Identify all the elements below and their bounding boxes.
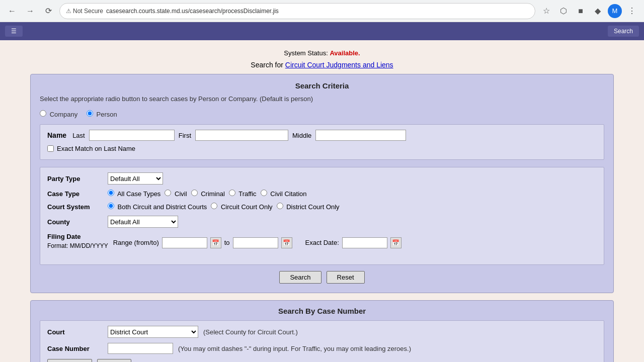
radio-description: Select the appropriate radio button to s… — [40, 95, 313, 103]
court-system-label: Court System — [47, 203, 103, 211]
menu-button[interactable]: ⋮ — [625, 4, 639, 18]
party-type-label: Party Type — [47, 175, 103, 183]
circuit-court-link[interactable]: Circuit Court Judgments and Liens — [285, 61, 393, 69]
menu-toggle[interactable]: ☰ — [5, 26, 23, 37]
search-criteria-section: Search Criteria Select the appropriate r… — [30, 74, 614, 293]
court-row: Court District Court (Select County for … — [47, 326, 597, 338]
extension2-icon-btn[interactable]: ◆ — [591, 4, 605, 18]
date-to-calendar-btn[interactable]: 📅 — [281, 237, 292, 248]
date-to-input[interactable] — [233, 237, 278, 248]
county-label: County — [47, 218, 103, 226]
company-radio-label[interactable]: Company — [40, 111, 79, 118]
criminal-radio[interactable] — [191, 190, 198, 196]
party-type-select[interactable]: Default All — [108, 172, 163, 185]
person-radio[interactable] — [87, 110, 93, 117]
filing-date-inputs: Range (from/to) 📅 to 📅 Exact Date: 📅 — [113, 237, 401, 248]
range-label: Range (from/to) — [113, 239, 159, 246]
forward-button[interactable]: → — [23, 4, 37, 18]
date-from-calendar-btn[interactable]: 📅 — [210, 237, 221, 248]
select-county-hint: (Select County for Circuit Court.) — [203, 328, 298, 336]
browser-chrome: ← → ⟳ ⚠ Not Secure casesearch.courts.sta… — [0, 0, 644, 22]
site-top-bar: ☰ Search — [0, 22, 644, 40]
name-fields-row: Name Last First Middle — [47, 130, 597, 141]
case-number-fields: Court District Court (Select County for … — [40, 320, 604, 362]
get-case-button[interactable]: Get Case — [47, 359, 92, 362]
reset-button[interactable]: Reset — [327, 271, 365, 284]
filing-date-row: Filing Date Format: MM/DD/YYYY Range (fr… — [47, 233, 597, 252]
exact-date-input[interactable] — [342, 237, 387, 248]
court-label: Court — [47, 328, 103, 336]
court-system-row: Court System Both Circuit and District C… — [47, 203, 597, 211]
district-only-label[interactable]: District Court Only — [277, 203, 340, 211]
both-courts-radio[interactable] — [108, 203, 114, 209]
name-heading: Name — [47, 131, 66, 139]
criteria-fields-section: Party Type Default All Case Type All Cas… — [40, 167, 604, 265]
civil-citation-label[interactable]: Civil Citation — [261, 190, 307, 198]
middle-name-input[interactable] — [315, 130, 406, 141]
court-select[interactable]: District Court — [108, 326, 198, 338]
criminal-label[interactable]: Criminal — [191, 190, 225, 198]
name-section: Name Last First Middle Exact Match on La… — [40, 124, 604, 160]
court-system-content: Both Circuit and District Courts Circuit… — [108, 203, 340, 211]
case-type-label: Case Type — [47, 190, 103, 198]
middle-name-label: Middle — [292, 132, 311, 139]
exact-match-row: Exact Match on Last Name — [47, 145, 597, 152]
circuit-only-label[interactable]: Circuit Court Only — [211, 203, 272, 211]
dropbox-icon-btn[interactable]: ⬡ — [556, 4, 571, 18]
company-radio[interactable] — [40, 110, 46, 117]
county-row: County Default All — [47, 216, 597, 228]
exact-match-checkbox[interactable] — [47, 145, 54, 152]
civil-label[interactable]: Civil — [165, 190, 187, 198]
system-status: System Status: Available. — [30, 45, 614, 59]
person-label-text: Person — [97, 111, 117, 118]
search-button[interactable]: Search — [279, 271, 321, 284]
reload-button[interactable]: ⟳ — [41, 4, 55, 18]
bookmark-button[interactable]: ☆ — [539, 4, 553, 18]
party-type-content: Default All — [108, 172, 163, 185]
both-courts-label[interactable]: Both Circuit and District Courts — [108, 203, 207, 211]
traffic-radio[interactable] — [229, 190, 235, 196]
circuit-link-prefix: Search for — [251, 61, 285, 69]
case-type-content: All Case Types Civil Criminal Traffic Ci… — [108, 190, 306, 198]
search-toggle[interactable]: Search — [608, 26, 639, 37]
filing-date-label: Filing Date — [47, 233, 108, 240]
civil-citation-radio[interactable] — [261, 190, 267, 196]
extension-icon-btn[interactable]: ■ — [574, 4, 588, 18]
civil-radio[interactable] — [165, 190, 171, 196]
browser-toolbar-icons: ☆ ⬡ ■ ◆ M ⋮ — [539, 4, 639, 18]
date-from-input[interactable] — [162, 237, 207, 248]
case-number-hint: (You may omit dashes "-" during input. F… — [178, 345, 411, 352]
avatar[interactable]: M — [608, 4, 622, 18]
address-bar: ⚠ Not Secure casesearch.courts.state.md.… — [59, 3, 535, 19]
last-name-input[interactable] — [89, 130, 175, 141]
exact-match-label[interactable]: Exact Match on Last Name — [57, 145, 135, 152]
person-company-row: Select the appropriate radio button to s… — [40, 95, 604, 118]
search-criteria-title: Search Criteria — [40, 81, 604, 90]
back-button[interactable]: ← — [5, 4, 19, 18]
district-only-radio[interactable] — [277, 203, 283, 209]
circuit-link-row: Search for Circuit Court Judgments and L… — [30, 59, 614, 74]
lock-icon: ⚠ — [66, 8, 71, 15]
case-number-section: Search By Case Number Court District Cou… — [30, 300, 614, 362]
company-label-text: Company — [50, 111, 78, 118]
case-number-reset-button[interactable]: Reset — [97, 359, 131, 362]
case-type-row: Case Type All Case Types Civil Criminal … — [47, 190, 597, 198]
person-radio-label[interactable]: Person — [87, 111, 117, 118]
circuit-only-radio[interactable] — [211, 203, 217, 209]
url-display: casesearch.courts.state.md.us/casesearch… — [106, 8, 279, 15]
county-content: Default All — [108, 216, 178, 228]
all-case-types-radio[interactable] — [108, 190, 114, 196]
first-name-label: First — [179, 132, 191, 139]
all-case-types-label[interactable]: All Case Types — [108, 190, 160, 198]
case-number-input-row: Case Number (You may omit dashes "-" dur… — [47, 343, 597, 354]
first-name-input[interactable] — [195, 130, 288, 141]
case-number-input[interactable] — [108, 343, 173, 354]
case-number-buttons: Get Case Reset — [47, 359, 597, 362]
exact-date-calendar-btn[interactable]: 📅 — [390, 237, 401, 248]
traffic-label[interactable]: Traffic — [229, 190, 257, 198]
to-label: to — [224, 239, 230, 246]
last-name-label: Last — [72, 132, 85, 139]
county-select[interactable]: Default All — [108, 216, 178, 228]
party-type-row: Party Type Default All — [47, 172, 597, 185]
not-secure-label: Not Secure — [73, 8, 103, 15]
